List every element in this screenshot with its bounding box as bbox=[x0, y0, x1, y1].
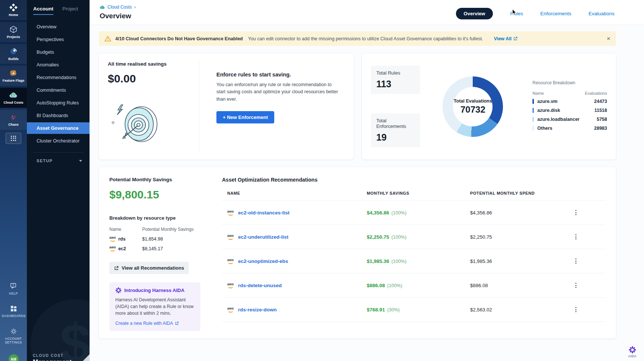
module-rail: Home Projects Builds Feature Flags $ Clo… bbox=[0, 0, 27, 361]
legend-value: 5758 bbox=[597, 117, 607, 122]
sidebar-item-budgets[interactable]: Budgets bbox=[27, 46, 90, 58]
legend-label: azure.vm bbox=[537, 99, 557, 104]
create-rule-with-aida-link[interactable]: Create a new Rule with AIDA bbox=[115, 321, 194, 326]
breadcrumb-link-cloud-costs[interactable]: Cloud Costs bbox=[107, 4, 132, 10]
total-enforcements-tile: Total Enforcements 19 bbox=[371, 113, 420, 147]
svg-text:?: ? bbox=[12, 283, 14, 287]
rail-item-label: Chaos bbox=[8, 123, 19, 127]
gear-icon bbox=[10, 328, 17, 335]
legend-label: azure.loadbalancer bbox=[537, 117, 579, 122]
tab-enforcements[interactable]: Enforcements bbox=[540, 11, 571, 16]
governance-warning-banner: 4/10 Cloud Connectors Do Not Have Govern… bbox=[99, 31, 616, 46]
sidebar-item-autostopping-rules[interactable]: AutoStopping Rules bbox=[27, 97, 90, 109]
resource-breakdown: Resource Breakdown Name Evaluations azur… bbox=[532, 80, 607, 133]
sidebar-item-anomalies[interactable]: Anomalies bbox=[27, 59, 90, 70]
resource-breakdown-title: Resource Breakdown bbox=[532, 80, 607, 85]
resource-savings: $1,654.98 bbox=[142, 236, 163, 242]
sidebar-item-recommendations[interactable]: Recommendations bbox=[27, 72, 90, 83]
rail-item-chaos[interactable]: Chaos bbox=[0, 110, 27, 130]
sidebar-collapse-handle[interactable] bbox=[83, 354, 90, 361]
sidebar-item-bi-dashboards[interactable]: BI Dashboards bbox=[27, 110, 90, 121]
account-settings-button[interactable]: ACCOUNT SETTINGS bbox=[2, 328, 25, 345]
potential-spend-value: $886.08 bbox=[470, 283, 571, 288]
evaluations-donut-chart: Total Evaluations 70732 bbox=[443, 76, 503, 137]
legend-chip bbox=[532, 108, 534, 113]
resource-type-row: awsec2 $8,145.17 bbox=[109, 246, 209, 251]
feature-flags-icon bbox=[9, 69, 18, 77]
tab-project[interactable]: Project bbox=[62, 6, 78, 15]
resource-savings: $8,145.17 bbox=[142, 246, 163, 251]
cloud-costs-sidebar: Account Project Overview Perspectives Bu… bbox=[27, 0, 90, 361]
rail-item-cloud-costs[interactable]: $ Cloud Costs bbox=[0, 88, 27, 108]
breakdown-row: azure.disk 11518 bbox=[532, 106, 607, 115]
row-menu-kebab-icon[interactable] bbox=[574, 281, 578, 289]
row-menu-kebab-icon[interactable] bbox=[574, 257, 578, 265]
enforce-title: Enforce rules to start saving. bbox=[216, 72, 342, 78]
sidebar-item-cluster-orchestrator[interactable]: Cluster Orchestrator bbox=[27, 135, 90, 147]
row-menu-kebab-icon[interactable] bbox=[574, 233, 578, 241]
aws-icon: aws bbox=[227, 234, 234, 240]
tab-overview[interactable]: Overview bbox=[456, 8, 493, 19]
col-name: NAME bbox=[227, 191, 367, 195]
legend-value: 24473 bbox=[594, 99, 607, 104]
dashboards-button[interactable]: DASHBOARDS bbox=[2, 305, 25, 318]
rail-item-feature-flags[interactable]: Feature Flags bbox=[0, 66, 27, 86]
view-all-recommendations-button[interactable]: View all Recommendations bbox=[109, 262, 189, 274]
savings-enforce-card: All time realised savings $0.00 bbox=[99, 53, 354, 160]
scope-tabs: Account Project bbox=[27, 0, 90, 15]
recommendation-link[interactable]: rds-delete-unused bbox=[238, 283, 282, 288]
resource-type-row: awsrds $1,654.98 bbox=[109, 236, 209, 242]
savings-percent: (30%) bbox=[387, 307, 400, 313]
donut-center-labels: Total Evaluations 70732 bbox=[443, 76, 503, 137]
aws-icon: aws bbox=[227, 307, 234, 313]
monthly-savings-value: $768.91 bbox=[367, 307, 385, 313]
setup-section-toggle[interactable]: SETUP bbox=[27, 153, 90, 163]
user-avatar[interactable]: AM bbox=[9, 354, 19, 361]
external-link-icon bbox=[114, 266, 119, 270]
help-button[interactable]: ? HELP bbox=[9, 282, 18, 296]
rail-item-home[interactable]: Home bbox=[0, 0, 27, 20]
new-enforcement-button[interactable]: + New Enforcement bbox=[216, 111, 274, 123]
recommendation-link[interactable]: ec2-underutilized-list bbox=[238, 234, 288, 240]
col-savings-label: Potential Monthly Savings bbox=[142, 227, 194, 232]
resource-type-breakdown-title: Breakdown by resource type bbox=[109, 215, 209, 221]
monthly-savings-value: $4,356.86 bbox=[367, 210, 389, 216]
sidebar-item-overview[interactable]: Overview bbox=[27, 21, 90, 32]
tab-rules[interactable]: Rules bbox=[510, 11, 523, 16]
rail-item-projects[interactable]: Projects bbox=[0, 22, 27, 42]
totals-tiles: Total Rules 113 Total Enforcements 19 bbox=[371, 66, 420, 147]
potential-savings-column: Potential Monthly Savings $9,800.15 Brea… bbox=[109, 177, 209, 331]
legend-value: 11518 bbox=[594, 108, 607, 113]
summary-row: All time realised savings $0.00 bbox=[99, 53, 616, 160]
rail-item-builds[interactable]: Builds bbox=[0, 44, 27, 64]
row-menu-kebab-icon[interactable] bbox=[574, 305, 578, 314]
help-icon: ? bbox=[9, 282, 18, 290]
recommendation-link[interactable]: rds-resize-down bbox=[238, 307, 277, 313]
recommendations-title: Asset Optimization Recommendations bbox=[222, 177, 606, 183]
top-tabs: Overview Rules Enforcements Evaluations bbox=[456, 7, 615, 20]
tab-account[interactable]: Account bbox=[33, 6, 53, 15]
sidebar-footer-line1: CLOUD COST bbox=[33, 354, 63, 358]
total-rules-tile: Total Rules 113 bbox=[371, 66, 420, 94]
aws-icon: aws bbox=[227, 283, 234, 288]
sidebar-footer-line2: Management bbox=[33, 358, 72, 361]
sidebar-item-commitments[interactable]: Commitments bbox=[27, 84, 90, 96]
rail-item-label: Feature Flags bbox=[3, 79, 25, 83]
aida-assistant-button[interactable]: AIDA bbox=[628, 346, 637, 358]
banner-view-all-link[interactable]: View All bbox=[494, 36, 518, 41]
aws-icon: aws bbox=[109, 236, 116, 242]
page-header: Cloud Costs › Overview Overview Rules En… bbox=[90, 0, 644, 25]
table-row: awsrds-resize-down $768.91(30%) $2,563.0… bbox=[222, 298, 606, 322]
module-grid-button[interactable] bbox=[6, 133, 21, 144]
banner-close-icon[interactable]: × bbox=[607, 35, 610, 42]
row-menu-kebab-icon[interactable] bbox=[574, 208, 578, 217]
aws-icon: aws bbox=[227, 210, 234, 216]
sidebar-item-asset-governance[interactable]: Asset Governance bbox=[27, 122, 90, 134]
sidebar-item-perspectives[interactable]: Perspectives bbox=[27, 34, 90, 45]
warning-icon bbox=[104, 35, 111, 42]
recommendation-link[interactable]: ec2-old-instances-list bbox=[238, 210, 290, 216]
recommendation-link[interactable]: ec2-unoptimized-ebs bbox=[238, 258, 288, 264]
monthly-savings-value: $886.08 bbox=[367, 283, 385, 288]
rail-bottom-label: DASHBOARDS bbox=[2, 314, 25, 318]
tab-evaluations[interactable]: Evaluations bbox=[588, 11, 615, 16]
